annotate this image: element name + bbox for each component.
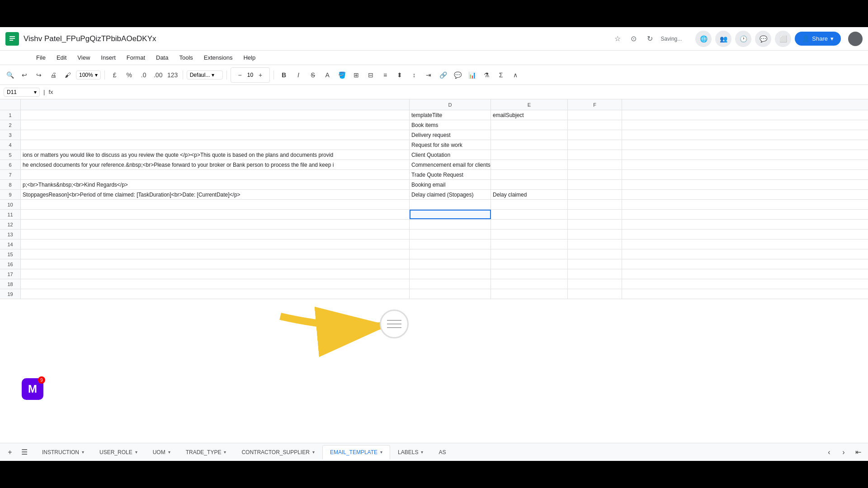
percent-btn[interactable]: %: [123, 69, 136, 81]
cell-f-8[interactable]: [568, 180, 622, 189]
cell-abc-16[interactable]: [21, 259, 410, 269]
col-header-f[interactable]: F: [568, 99, 622, 110]
cell-f-4[interactable]: [568, 140, 622, 150]
cell-d-15[interactable]: [410, 249, 491, 259]
tab-expand-btn[interactable]: ⇤: [852, 446, 864, 459]
col-header-d[interactable]: D: [410, 99, 491, 110]
view-icon[interactable]: ⬜: [775, 31, 791, 47]
cell-e-4[interactable]: [491, 140, 568, 150]
tab-prev-btn[interactable]: ‹: [823, 446, 835, 459]
user-avatar[interactable]: [848, 32, 863, 46]
menu-extensions[interactable]: Extensions: [199, 52, 237, 63]
menu-insert[interactable]: Insert: [96, 52, 120, 63]
cell-f-1[interactable]: [568, 110, 622, 120]
formula-btn[interactable]: Σ: [495, 69, 507, 81]
menu-edit[interactable]: Edit: [52, 52, 71, 63]
cell-e-7[interactable]: [491, 170, 568, 179]
tab-contractor-supplier[interactable]: CONTRACTOR_SUPPLIER ▾: [234, 445, 322, 460]
share-button[interactable]: 👤 Share ▾: [795, 32, 841, 46]
italic-btn[interactable]: I: [292, 69, 305, 81]
cell-d-10[interactable]: [410, 200, 491, 209]
cell-f-12[interactable]: [568, 220, 622, 229]
cell-abc-19[interactable]: [21, 289, 410, 299]
cell-abc-18[interactable]: [21, 279, 410, 289]
search-icon[interactable]: 🔍: [4, 69, 16, 81]
col-header-e[interactable]: E: [491, 99, 568, 110]
cell-e-9[interactable]: Delay claimed: [491, 190, 568, 199]
cell-abc-7[interactable]: [21, 170, 410, 179]
clock-icon[interactable]: 🕐: [735, 31, 751, 47]
more-btn[interactable]: ∧: [509, 69, 522, 81]
font-family-selector[interactable]: Defaul... ▾: [187, 70, 223, 80]
cell-f-10[interactable]: [568, 200, 622, 209]
cell-abc-1[interactable]: [21, 110, 410, 120]
cell-e-19[interactable]: [491, 289, 568, 299]
sheet-menu-btn[interactable]: ☰: [18, 446, 31, 459]
cell-d-3[interactable]: Delivery request: [410, 130, 491, 140]
bold-btn[interactable]: B: [278, 69, 290, 81]
sync-icon[interactable]: ↻: [645, 33, 656, 44]
paint-format-icon[interactable]: 🖌: [61, 69, 74, 81]
filter-btn[interactable]: ⚗: [480, 69, 493, 81]
fill-color-btn[interactable]: 🪣: [335, 69, 348, 81]
cell-d-9[interactable]: Delay claimed (Stopages): [410, 190, 491, 199]
chart-btn[interactable]: 📊: [466, 69, 478, 81]
people-icon[interactable]: 👥: [715, 31, 731, 47]
tab-trade-type[interactable]: TRADE_TYPE ▾: [178, 445, 234, 460]
cell-abc-15[interactable]: [21, 249, 410, 259]
cell-abc-12[interactable]: [21, 220, 410, 229]
format-decimal2-btn[interactable]: .00: [152, 69, 165, 81]
globe-icon[interactable]: 🌐: [695, 31, 712, 47]
cell-abc-14[interactable]: [21, 239, 410, 249]
zoom-selector[interactable]: 100% ▾: [76, 70, 101, 80]
wrap-btn[interactable]: ⇥: [422, 69, 435, 81]
cell-d-18[interactable]: [410, 279, 491, 289]
vertical-align-btn[interactable]: ⬍: [393, 69, 406, 81]
cell-e-14[interactable]: [491, 239, 568, 249]
tab-uom[interactable]: UOM ▾: [145, 445, 178, 460]
menu-format[interactable]: Format: [122, 52, 150, 63]
cell-f-19[interactable]: [568, 289, 622, 299]
cell-abc-9[interactable]: StoppagesReason]<br>Period of time claim…: [21, 190, 410, 199]
cell-f-3[interactable]: [568, 130, 622, 140]
comment-btn[interactable]: 💬: [451, 69, 464, 81]
cell-e-17[interactable]: [491, 269, 568, 279]
cell-reference[interactable]: D11 ▾: [4, 88, 40, 97]
tab-labels[interactable]: LABELS ▾: [390, 445, 431, 460]
menu-view[interactable]: View: [73, 52, 94, 63]
cell-e-10[interactable]: [491, 200, 568, 209]
menu-help[interactable]: Help: [239, 52, 260, 63]
add-sheet-btn[interactable]: +: [4, 446, 16, 459]
cell-e-2[interactable]: [491, 120, 568, 130]
cell-e-15[interactable]: [491, 249, 568, 259]
cell-abc-4[interactable]: [21, 140, 410, 150]
cell-e-12[interactable]: [491, 220, 568, 229]
strikethrough-btn[interactable]: S: [307, 69, 319, 81]
tab-as[interactable]: AS: [431, 445, 453, 460]
font-size-increase-btn[interactable]: +: [254, 69, 267, 81]
currency-btn[interactable]: £: [108, 69, 121, 81]
cell-d-16[interactable]: [410, 259, 491, 269]
print-icon[interactable]: 🖨: [47, 69, 60, 81]
cell-d-17[interactable]: [410, 269, 491, 279]
cell-abc-3[interactable]: [21, 130, 410, 140]
undo-icon[interactable]: ↩: [18, 69, 31, 81]
cell-f-18[interactable]: [568, 279, 622, 289]
cell-d-5[interactable]: Client Quotation: [410, 150, 491, 160]
format-number-btn[interactable]: 123: [166, 69, 179, 81]
cell-f-17[interactable]: [568, 269, 622, 279]
cell-abc-6[interactable]: he enclosed documents for your reference…: [21, 160, 410, 169]
cell-e-5[interactable]: [491, 150, 568, 160]
cell-e-1[interactable]: emailSubject: [491, 110, 568, 120]
cell-abc-2[interactable]: [21, 120, 410, 130]
cell-abc-8[interactable]: p;<br>Thanks&nbsp;<br>Kind Regards</p>: [21, 180, 410, 189]
cell-d-11[interactable]: [410, 210, 491, 219]
cell-f-11[interactable]: [568, 210, 622, 219]
cell-f-6[interactable]: [568, 160, 622, 169]
cell-d-6[interactable]: Commencement email for clients: [410, 160, 491, 169]
cell-d-19[interactable]: [410, 289, 491, 299]
merge-btn[interactable]: ⊟: [364, 69, 377, 81]
cell-d-12[interactable]: [410, 220, 491, 229]
cell-f-7[interactable]: [568, 170, 622, 179]
tab-instruction[interactable]: INSTRUCTION ▾: [34, 445, 92, 460]
